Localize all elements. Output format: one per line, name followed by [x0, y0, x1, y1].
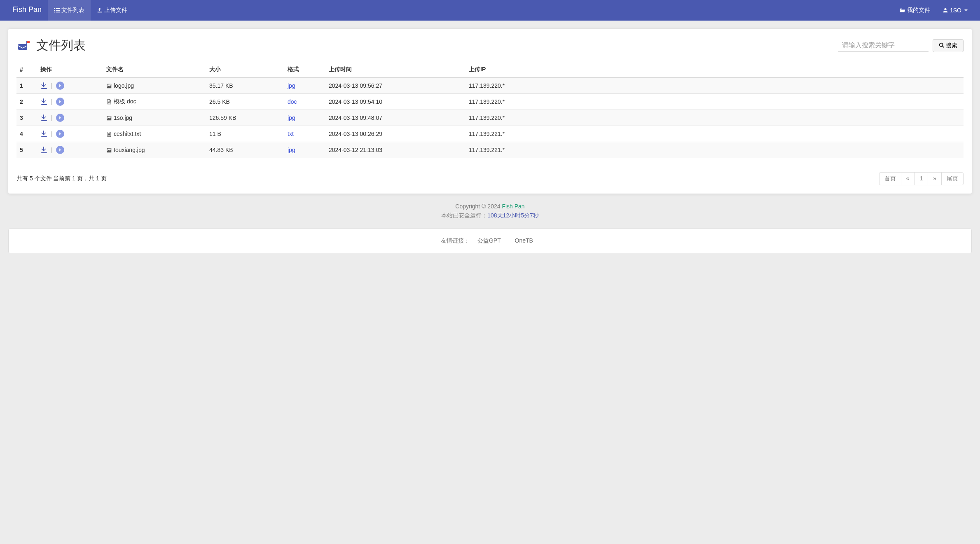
page-header: 文件列表 搜索 [16, 37, 964, 54]
nav-my-files[interactable]: 我的文件 [893, 0, 936, 21]
main-panel: 文件列表 搜索 # 操作 文件名 大小 格式 上传时间 上传IP 1|logo.… [8, 29, 972, 194]
chevron-right-icon[interactable] [56, 114, 64, 122]
svg-rect-8 [27, 41, 30, 43]
svg-rect-1 [56, 8, 60, 9]
th-ops: 操作 [37, 62, 103, 77]
cell-time: 2024-03-12 21:13:03 [325, 142, 465, 158]
nav-upload-file-label: 上传文件 [104, 7, 127, 14]
file-image-icon [106, 115, 112, 121]
cell-index: 2 [16, 94, 37, 110]
cell-ops: | [37, 77, 103, 94]
search-button-label: 搜索 [946, 42, 957, 49]
chevron-right-icon[interactable] [56, 130, 64, 138]
cell-size: 11 B [206, 126, 284, 142]
cell-name: logo.jpg [103, 77, 206, 94]
cell-time: 2024-03-13 09:56:27 [325, 77, 465, 94]
chevron-right-icon[interactable] [56, 98, 64, 106]
cell-ip: 117.139.221.* [465, 126, 964, 142]
cell-size: 126.59 KB [206, 110, 284, 126]
chevron-right-icon[interactable] [56, 82, 64, 90]
cell-name: 1so.jpg [103, 110, 206, 126]
format-link[interactable]: jpg [288, 147, 295, 153]
cell-ops: | [37, 142, 103, 158]
svg-rect-5 [56, 12, 60, 13]
file-text-icon [106, 131, 112, 137]
brand-link[interactable]: Fish Pan [6, 0, 48, 21]
nav-user-label: 1SO [950, 7, 961, 14]
page-prev[interactable]: « [901, 172, 915, 185]
format-link[interactable]: jpg [288, 114, 295, 121]
cell-ip: 117.139.220.* [465, 110, 964, 126]
mailbox-icon [16, 38, 31, 53]
svg-rect-4 [54, 12, 55, 13]
page-first[interactable]: 首页 [879, 172, 901, 185]
th-name: 文件名 [103, 62, 206, 77]
copyright: Copyright © 2024 Fish Pan 本站已安全运行：108天12… [0, 202, 980, 220]
download-icon[interactable] [40, 98, 48, 105]
folder-open-icon [900, 7, 905, 13]
file-table: # 操作 文件名 大小 格式 上传时间 上传IP 1|logo.jpg35.17… [16, 62, 964, 158]
cell-index: 5 [16, 142, 37, 158]
cell-ops: | [37, 126, 103, 142]
download-icon[interactable] [40, 82, 48, 89]
file-word-icon [106, 99, 112, 105]
cell-ip: 117.139.220.* [465, 77, 964, 94]
file-image-icon [106, 83, 112, 89]
nav-upload-file[interactable]: 上传文件 [91, 0, 133, 21]
pagination: 首页 « 1 » 尾页 [879, 172, 964, 185]
table-row: 5|touxiang.jpg44.83 KBjpg2024-03-12 21:1… [16, 142, 964, 158]
nav-file-list[interactable]: 文件列表 [48, 0, 91, 21]
search-button[interactable]: 搜索 [933, 39, 964, 52]
cell-size: 35.17 KB [206, 77, 284, 94]
file-image-icon [106, 147, 112, 153]
page-last[interactable]: 尾页 [941, 172, 964, 185]
page-next[interactable]: » [928, 172, 942, 185]
cell-index: 1 [16, 77, 37, 94]
chevron-right-icon[interactable] [56, 146, 64, 154]
th-format: 格式 [284, 62, 325, 77]
cell-format: txt [284, 126, 325, 142]
search-input[interactable] [838, 39, 929, 52]
nav-user-menu[interactable]: 1SO [936, 0, 974, 21]
link-onetb[interactable]: OneTB [515, 237, 533, 244]
download-icon[interactable] [40, 114, 48, 121]
cell-name: 模板.doc [103, 94, 206, 110]
table-row: 1|logo.jpg35.17 KBjpg2024-03-13 09:56:27… [16, 77, 964, 94]
cell-time: 2024-03-13 09:54:10 [325, 94, 465, 110]
copyright-brand-link[interactable]: Fish Pan [502, 203, 524, 210]
link-gpt[interactable]: 公益GPT [477, 237, 501, 244]
page-title: 文件列表 [36, 37, 86, 54]
svg-rect-3 [56, 10, 60, 11]
table-row: 4|ceshitxt.txt11 Btxt2024-03-13 00:26:29… [16, 126, 964, 142]
format-link[interactable]: jpg [288, 82, 295, 89]
cell-time: 2024-03-13 09:48:07 [325, 110, 465, 126]
cell-name: touxiang.jpg [103, 142, 206, 158]
th-size: 大小 [206, 62, 284, 77]
links-label: 友情链接： [441, 237, 470, 244]
navbar: Fish Pan 文件列表 上传文件 我的文件 1SO [0, 0, 980, 21]
uptime-value: 108天12小时5分7秒 [487, 212, 539, 219]
format-link[interactable]: doc [288, 98, 297, 105]
page-1[interactable]: 1 [914, 172, 928, 185]
svg-rect-7 [26, 41, 27, 47]
download-icon[interactable] [40, 146, 48, 154]
cell-size: 26.5 KB [206, 94, 284, 110]
cell-ip: 117.139.221.* [465, 142, 964, 158]
search-icon [939, 42, 944, 49]
download-icon[interactable] [40, 130, 48, 138]
format-link[interactable]: txt [288, 131, 294, 137]
user-icon [943, 7, 948, 13]
cell-name: ceshitxt.txt [103, 126, 206, 142]
svg-rect-2 [54, 10, 55, 11]
nav-file-list-label: 文件列表 [61, 7, 84, 14]
cell-format: jpg [284, 110, 325, 126]
cell-ops: | [37, 94, 103, 110]
th-time: 上传时间 [325, 62, 465, 77]
cell-time: 2024-03-13 00:26:29 [325, 126, 465, 142]
list-icon [54, 7, 60, 13]
upload-icon [97, 7, 103, 13]
table-footer: 共有 5 个文件 当前第 1 页，共 1 页 首页 « 1 » 尾页 [16, 172, 964, 185]
table-row: 3|1so.jpg126.59 KBjpg2024-03-13 09:48:07… [16, 110, 964, 126]
cell-index: 4 [16, 126, 37, 142]
table-row: 2|模板.doc26.5 KBdoc2024-03-13 09:54:10117… [16, 94, 964, 110]
